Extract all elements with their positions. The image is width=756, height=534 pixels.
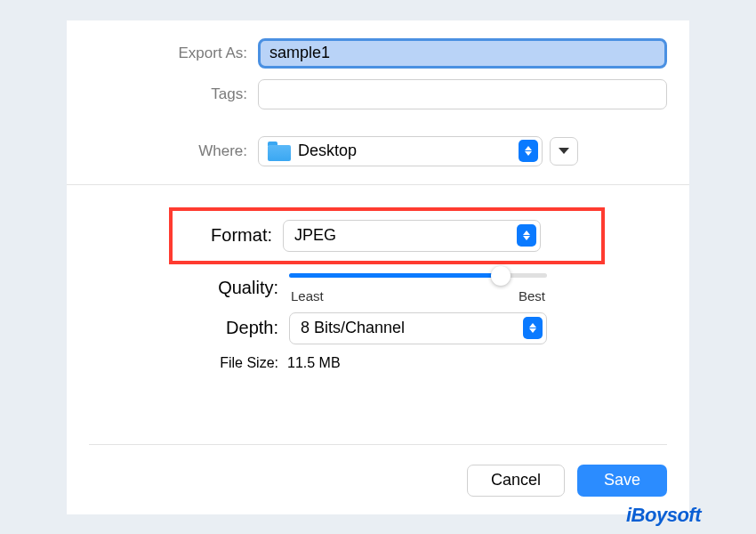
- expand-button[interactable]: [550, 137, 578, 166]
- top-section: Export As: Tags: Where: Desktop: [67, 38, 689, 166]
- quality-best-label: Best: [519, 288, 545, 303]
- updown-icon: [523, 317, 543, 339]
- tags-label: Tags:: [89, 85, 258, 103]
- divider: [67, 184, 689, 185]
- button-row: Cancel Save: [89, 444, 667, 497]
- where-label: Where:: [89, 142, 258, 160]
- format-row: Format: JPEG: [183, 220, 591, 252]
- where-select[interactable]: Desktop: [258, 136, 543, 166]
- depth-label: Depth:: [89, 318, 289, 338]
- save-button[interactable]: Save: [577, 465, 667, 497]
- updown-icon: [517, 224, 536, 247]
- format-value: JPEG: [294, 226, 517, 245]
- quality-row: Quality: Least Best: [89, 273, 667, 303]
- cancel-button[interactable]: Cancel: [467, 465, 565, 497]
- folder-icon: [268, 142, 291, 161]
- where-row: Where: Desktop: [89, 136, 667, 166]
- updown-icon: [519, 140, 538, 162]
- format-highlight: Format: JPEG: [169, 207, 605, 264]
- export-as-label: Export As:: [89, 44, 258, 62]
- file-size-label: File Size:: [89, 355, 287, 371]
- quality-least-label: Least: [291, 288, 324, 303]
- watermark: iBoysoft: [626, 504, 701, 527]
- export-dialog: Export As: Tags: Where: Desktop: [67, 20, 689, 514]
- file-size-value: 11.5 MB: [287, 355, 341, 371]
- format-section: Format: JPEG Quality:: [67, 207, 689, 371]
- slider-fill: [289, 273, 501, 278]
- tags-row: Tags:: [89, 79, 667, 109]
- format-label: Format:: [183, 225, 283, 246]
- export-as-input[interactable]: [258, 38, 667, 69]
- tags-input[interactable]: [258, 79, 667, 109]
- chevron-down-icon: [559, 148, 569, 154]
- format-select[interactable]: JPEG: [283, 220, 541, 252]
- file-size-row: File Size: 11.5 MB: [89, 355, 667, 371]
- where-value: Desktop: [298, 142, 519, 160]
- quality-label: Quality:: [89, 278, 289, 298]
- depth-row: Depth: 8 Bits/Channel: [89, 312, 667, 344]
- export-as-row: Export As:: [89, 38, 667, 69]
- quality-slider[interactable]: [289, 273, 547, 278]
- slider-thumb[interactable]: [491, 266, 511, 286]
- depth-select[interactable]: 8 Bits/Channel: [289, 312, 547, 344]
- depth-value: 8 Bits/Channel: [301, 319, 523, 337]
